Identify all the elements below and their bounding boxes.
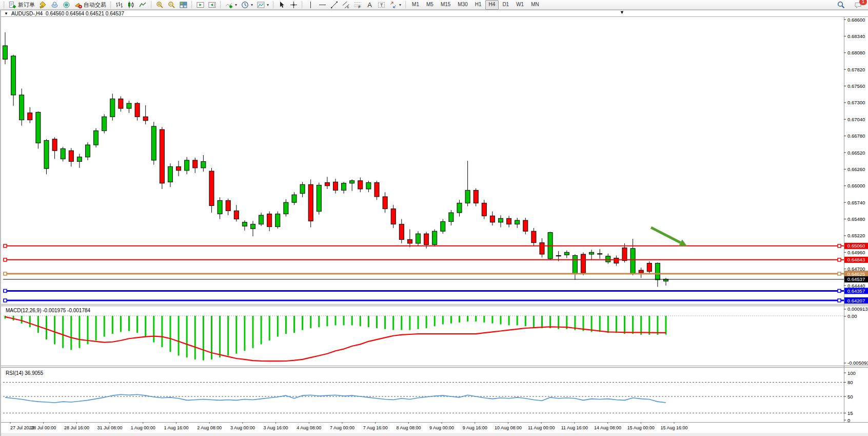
- candle-body-down: [507, 218, 511, 224]
- level-price-badge-label: 0.64207: [847, 298, 865, 304]
- timeframe-h1-button[interactable]: H1: [471, 0, 485, 10]
- toolbar-separator: [4, 2, 5, 8]
- candle-body-up: [151, 126, 156, 160]
- auto-scroll-button[interactable]: [194, 0, 206, 10]
- candlestick-chart-button[interactable]: [125, 0, 137, 10]
- chevron-down-icon[interactable]: ▾: [267, 3, 269, 7]
- time-tick-label: 8 Aug 08:00: [396, 425, 421, 430]
- candle-body-down: [581, 254, 586, 273]
- fibo-icon: F: [354, 1, 362, 9]
- candle-body-up: [366, 183, 371, 189]
- candle-body-down: [325, 183, 329, 186]
- chart-shift-button[interactable]: [206, 0, 218, 10]
- profiles-icon: [51, 1, 58, 9]
- fibonacci-button[interactable]: F: [352, 0, 364, 10]
- candle-body-down: [333, 182, 338, 190]
- candle-body-down: [52, 139, 57, 150]
- search-button[interactable]: [835, 0, 847, 10]
- vline-icon: [307, 1, 314, 9]
- tile-windows-button[interactable]: [177, 0, 189, 10]
- data-window-button[interactable]: [61, 0, 72, 10]
- line-handle[interactable]: [838, 299, 841, 302]
- rsi-tick-label: 80: [847, 380, 853, 385]
- chevron-down-icon[interactable]: ▾: [399, 3, 401, 7]
- timeframe-w1-button[interactable]: W1: [512, 0, 527, 10]
- candle-body-up: [564, 252, 569, 255]
- candle-body-up: [168, 166, 173, 182]
- timeframe-h4-button[interactable]: H4: [485, 0, 499, 10]
- price-tick-label: 0.67040: [847, 117, 865, 122]
- chevron-down-icon[interactable]: ▾: [251, 3, 253, 7]
- toolbar-separator: [273, 2, 274, 8]
- time-tick-label: 3 Aug 16:00: [264, 425, 288, 430]
- line-handle[interactable]: [4, 258, 7, 261]
- candle-body-down: [193, 160, 198, 168]
- templates-button[interactable]: ▾: [255, 0, 271, 10]
- bar-chart-button[interactable]: [113, 0, 125, 10]
- candle-body-down: [474, 191, 478, 203]
- level-price-badge-label: 0.64537: [847, 276, 865, 282]
- candle-body-up: [44, 140, 49, 168]
- crosshair-button[interactable]: [288, 0, 300, 10]
- candle-body-down: [647, 263, 652, 271]
- toolbar-separator: [151, 2, 152, 8]
- candle-body-up: [19, 95, 24, 120]
- line-handle[interactable]: [4, 272, 7, 275]
- new-order-button[interactable]: 新订单: [7, 0, 37, 10]
- arrows-icon: [389, 1, 397, 9]
- zoom-in-button[interactable]: [154, 0, 166, 10]
- svg-text:T: T: [380, 3, 383, 8]
- line-handle[interactable]: [838, 258, 841, 261]
- line-handle[interactable]: [838, 272, 841, 275]
- autotrading-button[interactable]: 自动交易: [72, 0, 108, 10]
- equidistant-channel-button[interactable]: E: [340, 0, 352, 10]
- timeframe-m1-button[interactable]: M1: [408, 0, 423, 10]
- line-handle[interactable]: [4, 299, 7, 302]
- periods-button[interactable]: ▾: [239, 0, 255, 10]
- price-tick-label: 0.66260: [847, 166, 865, 172]
- candle-body-down: [28, 113, 32, 120]
- price-tick-label: 0.65740: [847, 200, 865, 205]
- collapse-arrow-icon[interactable]: ▼: [4, 11, 8, 16]
- metaeditor-button[interactable]: [37, 0, 49, 10]
- time-tick-label: 1 Aug 16:00: [164, 425, 188, 430]
- timeframe-m5-button[interactable]: M5: [423, 0, 437, 10]
- timeframe-m15-button[interactable]: M15: [437, 0, 454, 10]
- level-price-badge-label: 0.64625: [847, 271, 865, 277]
- chat-button[interactable]: 1: [852, 0, 864, 10]
- candle-body-up: [86, 145, 90, 157]
- chart-title-bar[interactable]: ▼ AUDUSD-,H4 0.64560 0.64564 0.64521 0.6…: [1, 10, 868, 17]
- price-tick-label: 0.67820: [847, 67, 865, 72]
- chart-plot-area[interactable]: [3, 17, 844, 304]
- timeframe-mn-button[interactable]: MN: [527, 0, 543, 10]
- text-label-button[interactable]: T: [376, 0, 387, 10]
- toolbar-separator: [110, 2, 111, 8]
- styler-icon: [39, 1, 47, 9]
- zoom-out-button[interactable]: [166, 0, 177, 10]
- candle-body-down: [490, 216, 495, 222]
- candle-body-down: [622, 248, 627, 261]
- vertical-line-button[interactable]: [305, 0, 317, 10]
- text-button[interactable]: A: [364, 0, 376, 10]
- candle-body-down: [308, 184, 313, 221]
- line-handle[interactable]: [4, 244, 7, 248]
- profiles-button[interactable]: [49, 0, 61, 10]
- line-handle[interactable]: [4, 289, 7, 292]
- candle-body-down: [176, 166, 181, 170]
- line-handle[interactable]: [838, 289, 841, 292]
- horizontal-line-button[interactable]: [317, 0, 328, 10]
- line-chart-button[interactable]: [137, 0, 149, 10]
- timeframe-d1-button[interactable]: D1: [499, 0, 512, 10]
- cursor-button[interactable]: [276, 0, 288, 10]
- timeframe-m30-button[interactable]: M30: [454, 0, 471, 10]
- price-tick-label: 0.67560: [847, 83, 865, 89]
- trendline-button[interactable]: [328, 0, 340, 10]
- chevron-down-icon[interactable]: ▾: [235, 3, 237, 7]
- indicators-button[interactable]: ▾: [223, 0, 239, 10]
- chart-shift-marker-icon[interactable]: ▼: [620, 10, 624, 15]
- candle-body-up: [251, 224, 255, 229]
- arrows-button[interactable]: ▾: [387, 0, 403, 10]
- candle-body-down: [234, 211, 239, 219]
- macd-plot-area[interactable]: [3, 306, 844, 366]
- line-handle[interactable]: [838, 244, 841, 248]
